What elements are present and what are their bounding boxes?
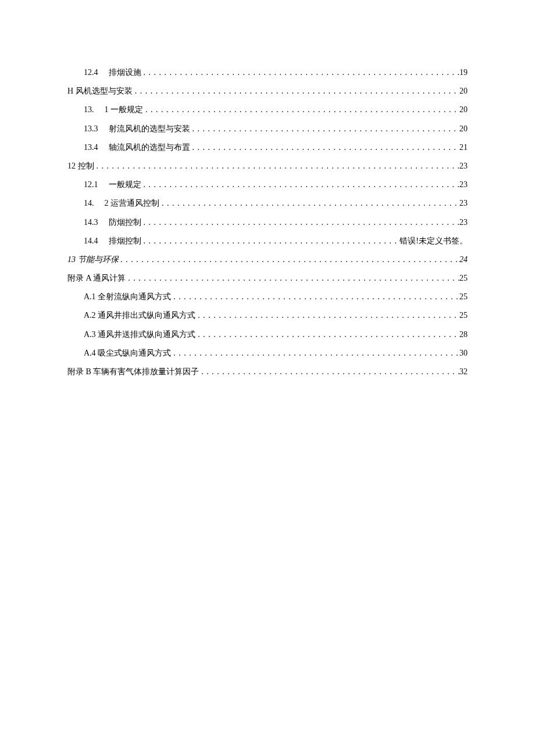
toc-entry-page: 25 [459,292,468,302]
toc-entry-label: 12.1一般规定 [84,180,141,190]
toc-entry-title: 一般规定 [109,180,141,189]
toc-entry-number: 13.3 [84,124,98,134]
toc-entry-label: A.3 通风井送排式纵向通风方式 [84,329,195,340]
toc-entry-number: 13.4 [84,142,98,153]
toc-entry-title: 1 一般规定 [105,105,144,114]
toc-entry-title: 轴流风机的选型与布置 [109,143,190,152]
toc-entry: 13.1 一般规定 . . . . . . . . . . . . . . . … [67,105,468,115]
toc-entry-page: 21 [459,142,468,153]
toc-entry: A.2 通风井排出式纵向通风方式 . . . . . . . . . . . .… [67,310,468,321]
toc-entry-title: H 风机选型与安装 [67,87,133,95]
toc-entry-page: 24 [459,255,468,265]
toc-entry-page: 20 [459,105,468,115]
toc-entry-page: 错误!未定义书签。 [400,236,468,246]
toc-entry-title: A.3 通风井送排式纵向通风方式 [84,330,195,339]
toc-entry-title: A.1 全射流纵向通风方式 [84,292,171,301]
toc-leader-dots: . . . . . . . . . . . . . . . . . . . . … [195,310,459,321]
toc-leader-dots: . . . . . . . . . . . . . . . . . . . . … [195,329,459,340]
toc-leader-dots: . . . . . . . . . . . . . . . . . . . . … [171,292,459,302]
toc-entry-title: 附录 B 车辆有害气体排放量计算因子 [67,367,199,376]
toc-entry-page: 28 [459,329,468,340]
toc-entry: 13 节能与环保 . . . . . . . . . . . . . . . .… [67,255,468,265]
toc-entry-title: 2 运营通风控制 [105,199,160,207]
toc-entry: 附录 B 车辆有害气体排放量计算因子 . . . . . . . . . . .… [67,367,468,377]
toc-entry-page: 23 [459,198,468,209]
toc-entry: 14.3防烟控制 . . . . . . . . . . . . . . . .… [67,217,468,228]
toc-entry-label: 附录 B 车辆有害气体排放量计算因子 [67,367,199,377]
toc-entry-page: 25 [459,273,468,284]
toc-leader-dots: . . . . . . . . . . . . . . . . . . . . … [190,142,460,153]
toc-entry-label: 14.3防烟控制 [84,217,141,228]
toc-entry-label: A.1 全射流纵向通风方式 [84,292,171,302]
toc-entry-label: 12.4排烟设施 [84,67,141,78]
toc-entry-page: 23 [459,217,468,228]
toc-entry: 13.4轴流风机的选型与布置 . . . . . . . . . . . . .… [67,142,468,153]
toc-entry: 13.3射流风机的选型与安装 . . . . . . . . . . . . .… [67,124,468,134]
toc-entry: A.1 全射流纵向通风方式 . . . . . . . . . . . . . … [67,292,468,302]
toc-entry-page: 32 [459,367,468,377]
toc-entry-title: A.2 通风井排出式纵向通风方式 [84,311,195,320]
toc-entry-title: 排烟控制 [109,237,141,245]
toc-leader-dots: . . . . . . . . . . . . . . . . . . . . … [143,105,459,115]
table-of-contents: 12.4排烟设施 . . . . . . . . . . . . . . . .… [67,67,468,377]
toc-leader-dots: . . . . . . . . . . . . . . . . . . . . … [126,273,459,284]
toc-entry-number: 14.3 [84,217,98,228]
toc-entry-number: 13. [84,105,94,115]
toc-entry: A.3 通风井送排式纵向通风方式 . . . . . . . . . . . .… [67,329,468,340]
toc-leader-dots: . . . . . . . . . . . . . . . . . . . . … [141,67,460,78]
toc-entry-label: 14.2 运营通风控制 [84,198,159,209]
toc-leader-dots: . . . . . . . . . . . . . . . . . . . . … [141,217,460,228]
toc-entry-title: 排烟设施 [109,68,141,77]
toc-entry-number: 14. [84,198,94,209]
toc-entry-page: 30 [459,348,468,359]
toc-entry-label: 12 控制 [67,161,94,171]
toc-entry-page: 25 [459,310,468,321]
toc-entry-number: 12.4 [84,67,98,78]
toc-entry-page: 19 [459,67,468,78]
toc-entry-label: 附录 A 通风计算 [67,273,126,284]
toc-entry-title: 12 控制 [67,162,94,170]
toc-entry-label: 14.4排烟控制 [84,236,141,246]
toc-entry-number: 14.4 [84,236,98,246]
toc-entry: 12 控制 . . . . . . . . . . . . . . . . . … [67,161,468,171]
toc-leader-dots: . . . . . . . . . . . . . . . . . . . . … [94,161,460,171]
toc-leader-dots: . . . . . . . . . . . . . . . . . . . . … [141,180,460,190]
toc-entry-label: H 风机选型与安装 [67,86,133,96]
toc-entry: H 风机选型与安装 . . . . . . . . . . . . . . . … [67,86,468,96]
toc-leader-dots: . . . . . . . . . . . . . . . . . . . . … [141,236,400,246]
toc-entry: 14.2 运营通风控制 . . . . . . . . . . . . . . … [67,198,468,209]
toc-entry-page: 23 [459,161,468,171]
toc-entry-number: 12.1 [84,180,98,190]
toc-entry-page: 20 [459,86,468,96]
toc-entry-title: 附录 A 通风计算 [67,274,126,282]
toc-entry-title: A.4 吸尘式纵向通风方式 [84,349,171,357]
toc-entry: 12.4排烟设施 . . . . . . . . . . . . . . . .… [67,67,468,78]
toc-entry-page: 20 [459,124,468,134]
toc-entry-label: A.4 吸尘式纵向通风方式 [84,348,171,359]
toc-entry: 14.4排烟控制 . . . . . . . . . . . . . . . .… [67,236,468,246]
toc-entry-title: 射流风机的选型与安装 [109,124,190,133]
toc-entry: 12.1一般规定 . . . . . . . . . . . . . . . .… [67,180,468,190]
toc-entry-label: 13.1 一般规定 [84,105,143,115]
toc-entry-label: 13.4轴流风机的选型与布置 [84,142,190,153]
toc-entry-label: 13.3射流风机的选型与安装 [84,124,190,134]
toc-entry-page: 23 [459,180,468,190]
toc-leader-dots: . . . . . . . . . . . . . . . . . . . . … [190,124,460,134]
toc-entry-label: A.2 通风井排出式纵向通风方式 [84,310,195,321]
toc-leader-dots: . . . . . . . . . . . . . . . . . . . . … [199,367,459,377]
toc-entry-title: 防烟控制 [109,218,141,227]
toc-entry: A.4 吸尘式纵向通风方式 . . . . . . . . . . . . . … [67,348,468,359]
toc-leader-dots: . . . . . . . . . . . . . . . . . . . . … [171,348,459,359]
toc-entry-title: 13 节能与环保 [67,255,119,264]
toc-leader-dots: . . . . . . . . . . . . . . . . . . . . … [119,255,460,265]
toc-leader-dots: . . . . . . . . . . . . . . . . . . . . … [133,86,459,96]
toc-leader-dots: . . . . . . . . . . . . . . . . . . . . … [159,198,459,209]
toc-entry-label: 13 节能与环保 [67,255,119,265]
toc-entry: 附录 A 通风计算 . . . . . . . . . . . . . . . … [67,273,468,284]
